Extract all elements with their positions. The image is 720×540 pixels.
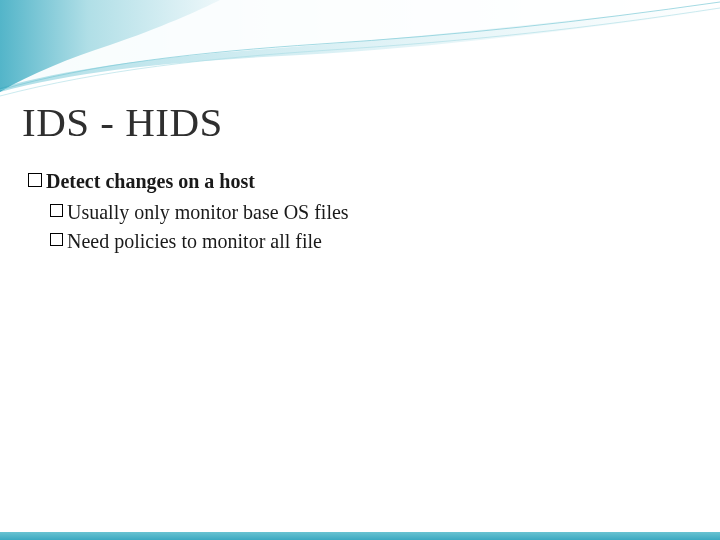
bullet-level2: Need policies to monitor all file — [50, 228, 349, 255]
bottom-stripe-decoration — [0, 532, 720, 540]
bullet-text: Need policies to monitor all file — [67, 228, 322, 255]
square-bullet-icon — [50, 204, 63, 217]
bullet-level2: Usually only monitor base OS files — [50, 199, 349, 226]
square-bullet-icon — [50, 233, 63, 246]
bullet-text: Detect changes on a host — [46, 168, 255, 195]
wave-decoration-top — [0, 0, 720, 100]
slide-body: Detect changes on a host Usually only mo… — [28, 168, 349, 257]
slide-title: IDS - HIDS — [22, 98, 223, 146]
bullet-text: Usually only monitor base OS files — [67, 199, 349, 226]
square-bullet-icon — [28, 173, 42, 187]
slide: IDS - HIDS Detect changes on a host Usua… — [0, 0, 720, 540]
bullet-level1: Detect changes on a host — [28, 168, 349, 195]
